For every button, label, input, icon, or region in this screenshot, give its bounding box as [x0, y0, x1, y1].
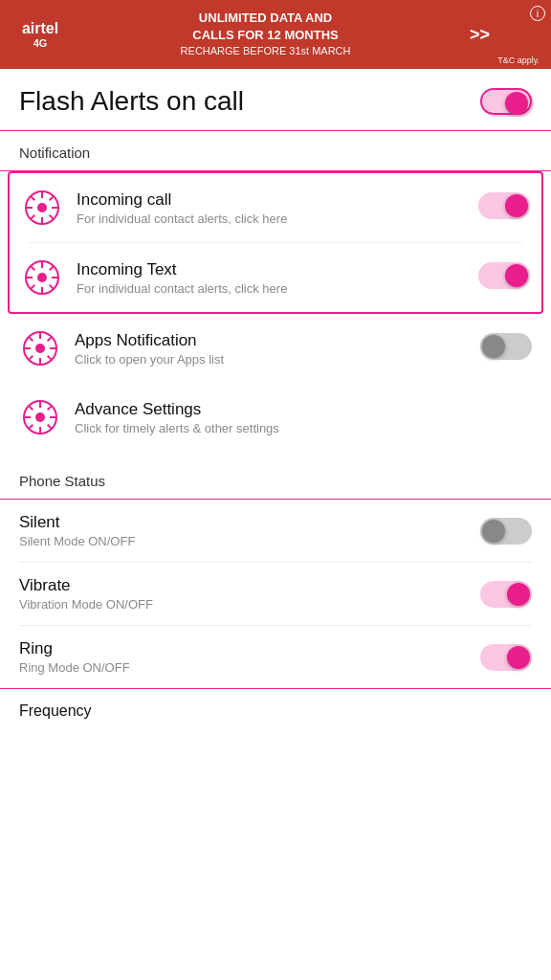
apps-notification-text: Apps Notification Click to open your App…: [75, 331, 471, 367]
vibrate-subtitle: Vibration Mode ON/OFF: [19, 597, 153, 612]
frequency-section-header: Frequency: [0, 688, 551, 729]
vibrate-toggle[interactable]: [480, 581, 532, 608]
apps-notification-subtitle: Click to open your Apps list: [75, 352, 471, 367]
svg-line-29: [29, 356, 33, 360]
silent-item[interactable]: Silent Silent Mode ON/OFF: [0, 500, 551, 562]
ring-text: Ring Ring Mode ON/OFF: [19, 639, 130, 675]
svg-point-1: [37, 203, 47, 212]
svg-point-21: [35, 344, 45, 353]
vibrate-item[interactable]: Vibrate Vibration Mode ON/OFF: [0, 563, 551, 625]
ad-arrow: >>: [462, 25, 497, 45]
svg-line-16: [31, 266, 34, 270]
svg-line-27: [48, 356, 52, 360]
ad-network: 4G: [33, 37, 48, 49]
apps-notification-icon: [19, 327, 61, 369]
incoming-call-icon: [21, 187, 63, 229]
silent-toggle[interactable]: [480, 518, 532, 545]
phone-status-section: Phone Status Silent Silent Mode ON/OFF V…: [0, 459, 551, 688]
incoming-call-item[interactable]: Incoming call For individual contact ale…: [10, 173, 541, 242]
apps-notification-title: Apps Notification: [75, 331, 471, 350]
incoming-call-toggle[interactable]: [478, 192, 530, 223]
incoming-text-item[interactable]: Incoming Text For individual contact ale…: [10, 243, 541, 312]
incoming-text-icon: [21, 256, 63, 299]
phone-status-section-header: Phone Status: [0, 459, 551, 500]
ad-tc: T&C apply.: [497, 56, 540, 69]
svg-line-8: [50, 196, 54, 200]
svg-line-6: [31, 196, 34, 200]
main-content: Flash Alerts on call Notification: [0, 69, 551, 729]
silent-subtitle: Silent Mode ON/OFF: [19, 534, 135, 548]
ring-item[interactable]: Ring Ring Mode ON/OFF: [0, 626, 551, 688]
ring-title: Ring: [19, 639, 130, 658]
vibrate-text: Vibrate Vibration Mode ON/OFF: [19, 576, 153, 612]
ad-logo: airtel 4G: [11, 20, 69, 49]
page-title: Flash Alerts on call: [19, 86, 244, 117]
svg-line-19: [31, 285, 34, 289]
advance-settings-text: Advance Settings Click for timely alerts…: [75, 400, 532, 435]
ad-text: UNLIMITED DATA AND CALLS FOR 12 MONTHS R…: [69, 10, 462, 59]
ad-info-icon: i: [530, 6, 545, 21]
silent-text: Silent Silent Mode ON/OFF: [19, 513, 135, 548]
notification-bordered-group: Incoming call For individual contact ale…: [8, 171, 543, 314]
advance-settings-subtitle: Click for timely alerts & other settings: [75, 421, 532, 435]
incoming-call-text: Incoming call For individual contact ale…: [77, 190, 469, 226]
ring-toggle[interactable]: [480, 644, 532, 671]
incoming-text-title: Incoming Text: [77, 260, 469, 279]
notification-section-header: Notification: [0, 131, 551, 171]
incoming-text-toggle[interactable]: [478, 262, 530, 293]
svg-line-26: [29, 337, 33, 341]
svg-line-39: [29, 425, 33, 429]
svg-point-31: [35, 412, 45, 422]
svg-line-9: [31, 215, 34, 219]
svg-line-7: [50, 215, 54, 219]
svg-line-17: [50, 285, 54, 289]
incoming-text-text: Incoming Text For individual contact ale…: [77, 260, 469, 296]
advance-settings-item[interactable]: Advance Settings Click for timely alerts…: [0, 383, 551, 452]
apps-notification-toggle[interactable]: [480, 333, 532, 364]
incoming-call-subtitle: For individual contact alerts, click her…: [77, 212, 469, 226]
ad-banner[interactable]: airtel 4G UNLIMITED DATA AND CALLS FOR 1…: [0, 0, 551, 69]
advance-settings-icon: [19, 396, 61, 438]
apps-notification-item[interactable]: Apps Notification Click to open your App…: [0, 314, 551, 383]
svg-point-11: [37, 273, 47, 282]
ring-subtitle: Ring Mode ON/OFF: [19, 660, 130, 675]
svg-line-36: [29, 406, 33, 410]
advance-settings-title: Advance Settings: [75, 400, 532, 419]
incoming-call-title: Incoming call: [77, 190, 469, 210]
ad-brand: airtel: [22, 20, 58, 37]
vibrate-title: Vibrate: [19, 576, 153, 595]
page-title-row: Flash Alerts on call: [0, 69, 551, 131]
silent-title: Silent: [19, 513, 135, 532]
flash-alerts-toggle[interactable]: [480, 88, 532, 115]
svg-line-38: [48, 406, 52, 410]
svg-line-37: [48, 425, 52, 429]
incoming-text-subtitle: For individual contact alerts, click her…: [77, 281, 469, 296]
svg-line-18: [50, 266, 54, 270]
svg-line-28: [48, 337, 52, 341]
